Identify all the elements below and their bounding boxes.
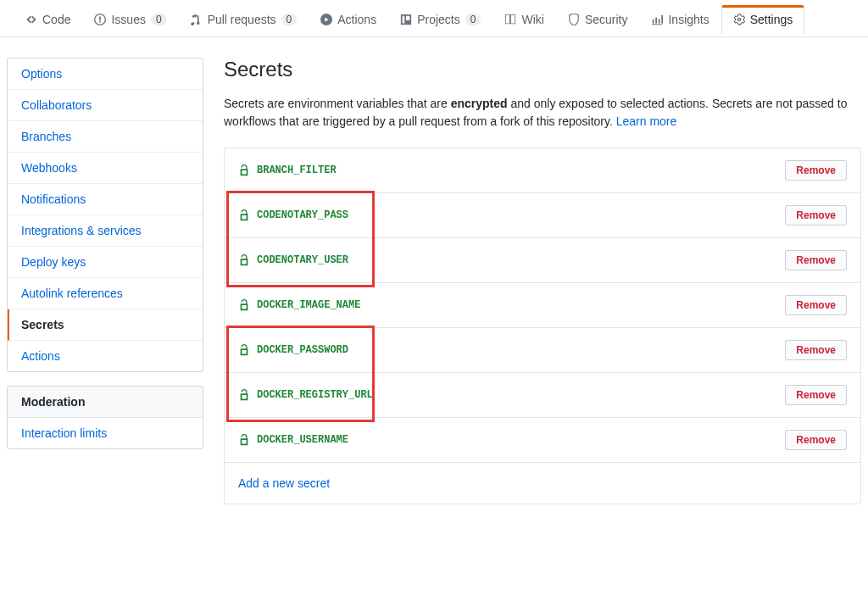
secret-row: BRANCH_FILTERRemove — [225, 148, 860, 193]
tab-projects[interactable]: Projects 0 — [388, 4, 492, 34]
tab-insights[interactable]: Insights — [639, 4, 721, 34]
tab-insights-label: Insights — [668, 14, 709, 25]
secret-name: DOCKER_IMAGE_NAME — [257, 299, 360, 311]
tab-actions-label: Actions — [337, 14, 376, 25]
secret-left: DOCKER_IMAGE_NAME — [238, 299, 360, 311]
settings-menu: OptionsCollaboratorsBranchesWebhooksNoti… — [7, 58, 203, 372]
tab-pulls[interactable]: Pull requests 0 — [179, 4, 309, 34]
secret-name: CODENOTARY_PASS — [257, 209, 348, 221]
sidebar-item-interaction-limits[interactable]: Interaction limits — [8, 418, 203, 448]
remove-button[interactable]: Remove — [785, 250, 847, 270]
projects-count: 0 — [465, 14, 481, 25]
page-description: Secrets are environment variables that a… — [224, 95, 861, 131]
sidebar-item-deploy-keys[interactable]: Deploy keys — [8, 247, 203, 278]
secret-name: CODENOTARY_USER — [257, 254, 348, 266]
secret-left: BRANCH_FILTER — [238, 164, 337, 176]
pulls-count: 0 — [281, 14, 298, 25]
sidebar-item-integrations-services[interactable]: Integrations & services — [8, 215, 203, 247]
tab-wiki[interactable]: Wiki — [492, 4, 555, 34]
secret-left: DOCKER_USERNAME — [238, 434, 348, 446]
secret-row: DOCKER_REGISTRY_URLRemove — [225, 373, 860, 418]
secret-row: DOCKER_USERNAMERemove — [225, 418, 860, 463]
main-content: Secrets Secrets are environment variable… — [224, 58, 861, 504]
play-icon — [320, 14, 332, 25]
remove-button[interactable]: Remove — [785, 295, 847, 315]
shield-icon — [568, 14, 580, 25]
page-title: Secrets — [224, 58, 861, 81]
secret-row: CODENOTARY_USERRemove — [225, 238, 860, 283]
tab-wiki-label: Wiki — [521, 14, 543, 25]
remove-button[interactable]: Remove — [785, 340, 847, 360]
remove-button[interactable]: Remove — [785, 385, 847, 405]
remove-button[interactable]: Remove — [785, 160, 847, 181]
sidebar-item-branches[interactable]: Branches — [8, 121, 203, 153]
tab-projects-label: Projects — [417, 14, 460, 25]
secret-row: DOCKER_PASSWORDRemove — [225, 328, 860, 373]
graph-icon — [651, 14, 663, 25]
tab-security-label: Security — [585, 14, 628, 25]
lock-icon — [238, 434, 250, 446]
book-icon — [504, 14, 516, 25]
sidebar-item-secrets[interactable]: Secrets — [8, 309, 203, 341]
sidebar-item-notifications[interactable]: Notifications — [8, 184, 203, 215]
secret-name: BRANCH_FILTER — [257, 164, 337, 176]
secret-row: CODENOTARY_PASSRemove — [225, 193, 860, 238]
secret-left: CODENOTARY_PASS — [238, 209, 348, 221]
moderation-heading: Moderation — [8, 387, 203, 418]
tab-code-label: Code — [42, 14, 70, 25]
tab-pulls-label: Pull requests — [208, 14, 276, 25]
issues-count: 0 — [151, 14, 167, 25]
desc-text-1: Secrets are environment variables that a… — [224, 97, 451, 110]
lock-icon — [238, 254, 250, 266]
secret-left: DOCKER_REGISTRY_URL — [238, 389, 373, 401]
add-secret-link[interactable]: Add a new secret — [238, 476, 330, 490]
secret-name: DOCKER_REGISTRY_URL — [257, 389, 373, 401]
sidebar-item-autolink-references[interactable]: Autolink references — [8, 278, 203, 309]
secret-row: DOCKER_IMAGE_NAMERemove — [225, 283, 860, 328]
tab-actions[interactable]: Actions — [309, 4, 388, 34]
pull-request-icon — [191, 14, 203, 25]
tab-settings-label: Settings — [750, 14, 793, 25]
secrets-list: BRANCH_FILTERRemoveCODENOTARY_PASSRemove… — [224, 148, 861, 504]
secret-name: DOCKER_PASSWORD — [257, 344, 348, 356]
secret-left: DOCKER_PASSWORD — [238, 344, 348, 356]
issue-icon — [94, 14, 106, 25]
tab-settings[interactable]: Settings — [721, 5, 805, 34]
repo-nav: Code Issues 0 Pull requests 0 Actions Pr… — [0, 0, 868, 37]
lock-icon — [238, 299, 250, 311]
tab-security[interactable]: Security — [556, 4, 640, 34]
secret-name: DOCKER_USERNAME — [257, 434, 348, 446]
remove-button[interactable]: Remove — [785, 430, 847, 450]
desc-bold: encrypted — [451, 97, 508, 110]
lock-icon — [238, 164, 250, 176]
lock-icon — [238, 209, 250, 221]
settings-container: OptionsCollaboratorsBranchesWebhooksNoti… — [0, 37, 868, 525]
project-icon — [400, 14, 412, 25]
moderation-menu: Moderation Interaction limits — [7, 386, 203, 449]
sidebar-item-collaborators[interactable]: Collaborators — [8, 90, 203, 121]
sidebar-item-actions[interactable]: Actions — [8, 341, 203, 371]
settings-sidebar: OptionsCollaboratorsBranchesWebhooksNoti… — [7, 58, 203, 504]
secret-left: CODENOTARY_USER — [238, 254, 348, 266]
remove-button[interactable]: Remove — [785, 205, 847, 225]
lock-icon — [238, 389, 250, 401]
tab-code[interactable]: Code — [14, 4, 82, 34]
code-icon — [25, 14, 37, 25]
learn-more-link[interactable]: Learn more — [616, 114, 677, 128]
add-secret-row: Add a new secret — [225, 463, 860, 504]
gear-icon — [733, 14, 745, 25]
tab-issues[interactable]: Issues 0 — [82, 4, 178, 34]
sidebar-item-webhooks[interactable]: Webhooks — [8, 153, 203, 184]
lock-icon — [238, 344, 250, 356]
sidebar-item-options[interactable]: Options — [8, 58, 203, 90]
tab-issues-label: Issues — [111, 14, 145, 25]
